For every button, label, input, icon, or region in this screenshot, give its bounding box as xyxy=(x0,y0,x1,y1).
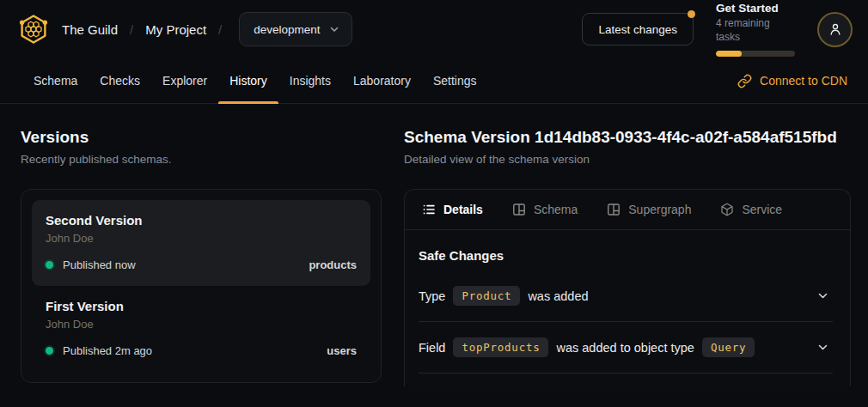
expand-chevron-icon[interactable] xyxy=(816,341,829,354)
detail-tab-label: Schema xyxy=(534,203,578,216)
environment-select-value: development xyxy=(254,23,320,36)
tab-insights[interactable]: Insights xyxy=(278,58,342,103)
get-started-widget[interactable]: Get Started 4 remaining tasks xyxy=(716,2,795,56)
get-started-progress-bar xyxy=(716,51,795,57)
tab-settings[interactable]: Settings xyxy=(422,58,488,103)
expand-chevron-icon[interactable] xyxy=(816,289,829,302)
connect-to-cdn-label: Connect to CDN xyxy=(760,74,847,88)
change-prefix: Field xyxy=(419,341,445,355)
list-icon xyxy=(422,203,436,216)
latest-changes-label: Latest changes xyxy=(598,23,677,36)
columns-icon xyxy=(607,203,620,216)
main-content: Versions Recently published schemas. Sec… xyxy=(0,104,868,386)
cube-icon xyxy=(720,203,734,216)
version-detail-card: Details Schema Supergraph xyxy=(404,189,851,386)
get-started-subtitle: 4 remaining tasks xyxy=(716,16,795,44)
detail-tab-label: Service xyxy=(742,203,782,216)
version-detail-panel: Schema Version 1d14db83-0933-4f4c-a02f-a… xyxy=(404,128,851,386)
detail-tab-supergraph[interactable]: Supergraph xyxy=(607,203,691,216)
version-name: Second Version xyxy=(46,213,357,228)
version-list-item[interactable]: First Version John Doe Published 2m ago … xyxy=(32,286,370,372)
published-status-dot xyxy=(46,261,53,269)
version-status: Published 2m ago xyxy=(63,344,152,357)
version-service-name: products xyxy=(309,258,357,271)
change-code-chip: Query xyxy=(702,337,755,357)
published-status-dot xyxy=(46,347,53,355)
schema-version-title: Schema Version 1d14db83-0933-4f4c-a02f-a… xyxy=(404,128,851,147)
progress-fill xyxy=(716,51,742,57)
detail-tab-bar: Details Schema Supergraph xyxy=(405,190,850,230)
main-nav: Schema Checks Explorer History Insights … xyxy=(0,58,868,104)
link-icon xyxy=(737,74,752,88)
versions-panel: Versions Recently published schemas. Sec… xyxy=(21,128,382,383)
breadcrumb-org[interactable]: The Guild xyxy=(62,22,118,37)
detail-tab-service[interactable]: Service xyxy=(720,203,782,216)
tab-schema[interactable]: Schema xyxy=(22,58,89,103)
tab-history[interactable]: History xyxy=(218,58,278,103)
user-avatar[interactable] xyxy=(817,12,853,47)
safe-changes-title: Safe Changes xyxy=(419,248,833,263)
get-started-title: Get Started xyxy=(716,2,795,16)
breadcrumb-project[interactable]: My Project xyxy=(145,22,206,37)
versions-title: Versions xyxy=(21,128,382,147)
detail-body: Safe Changes Type Product was added Fiel… xyxy=(405,230,850,374)
version-name: First Version xyxy=(46,299,357,313)
versions-card: Second Version John Doe Published now pr… xyxy=(21,189,382,383)
change-row: Type Product was added xyxy=(419,270,833,322)
detail-tab-details[interactable]: Details xyxy=(422,203,483,216)
tab-checks[interactable]: Checks xyxy=(89,58,151,103)
guild-logo-icon[interactable] xyxy=(17,13,50,46)
chevron-down-icon xyxy=(329,24,339,34)
detail-tab-label: Supergraph xyxy=(628,203,691,216)
schema-version-subtitle: Detailed view of the schema version xyxy=(404,153,851,166)
breadcrumb-separator: / xyxy=(128,22,135,37)
latest-changes-button[interactable]: Latest changes xyxy=(582,13,694,46)
version-status: Published now xyxy=(63,258,136,271)
version-author: John Doe xyxy=(46,232,357,245)
tab-explorer[interactable]: Explorer xyxy=(151,58,218,103)
version-service-name: users xyxy=(327,344,357,357)
tab-laboratory[interactable]: Laboratory xyxy=(342,58,422,103)
environment-select[interactable]: development xyxy=(239,12,351,46)
change-suffix: was added to object type xyxy=(556,341,694,355)
change-row: Field topProducts was added to object ty… xyxy=(419,322,833,374)
version-author: John Doe xyxy=(46,318,357,331)
columns-icon xyxy=(512,203,526,216)
app-header: The Guild / My Project / development Lat… xyxy=(0,0,868,58)
breadcrumb-separator: / xyxy=(217,22,223,37)
detail-tab-schema[interactable]: Schema xyxy=(512,203,578,216)
change-prefix: Type xyxy=(419,289,445,303)
connect-to-cdn-link[interactable]: Connect to CDN xyxy=(737,58,847,103)
version-list-item[interactable]: Second Version John Doe Published now pr… xyxy=(32,200,370,286)
change-suffix: was added xyxy=(528,289,588,303)
user-icon xyxy=(828,21,843,37)
detail-tab-label: Details xyxy=(443,203,483,216)
change-code-chip: topProducts xyxy=(453,337,548,357)
versions-subtitle: Recently published schemas. xyxy=(21,153,382,166)
change-code-chip: Product xyxy=(453,286,520,306)
notification-dot xyxy=(688,10,695,18)
